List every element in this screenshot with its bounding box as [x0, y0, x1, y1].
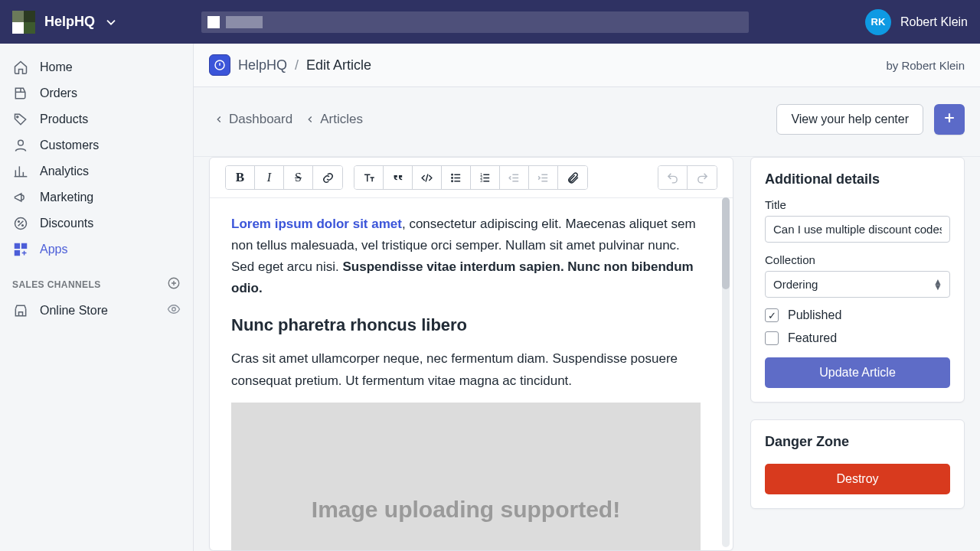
collection-label: Collection: [765, 253, 950, 266]
published-checkbox[interactable]: [765, 308, 779, 322]
nav-label: Home: [40, 60, 73, 74]
nav-label: Orders: [40, 86, 77, 100]
svg-rect-7: [15, 251, 20, 256]
collection-select[interactable]: ▲▼: [765, 271, 950, 298]
ol-button[interactable]: 123: [471, 166, 500, 189]
code-button[interactable]: [413, 166, 442, 189]
chevron-down-icon[interactable]: [104, 15, 118, 29]
svg-point-9: [172, 308, 176, 311]
title-label: Title: [765, 198, 950, 211]
image-placeholder: Image uploading supported!: [231, 403, 701, 550]
nav-label: Analytics: [40, 165, 89, 178]
details-title: Additional details: [765, 171, 950, 187]
svg-point-3: [18, 221, 20, 223]
scroll-thumb[interactable]: [722, 197, 730, 289]
indent-button[interactable]: [529, 166, 558, 189]
nav-home[interactable]: Home: [0, 54, 193, 80]
strike-button[interactable]: S: [284, 166, 313, 189]
chevron-left-icon: [214, 114, 224, 125]
nav-apps[interactable]: Apps: [0, 236, 193, 262]
view-help-center-button[interactable]: View your help center: [776, 104, 923, 135]
destroy-button[interactable]: Destroy: [765, 464, 950, 494]
title-input[interactable]: [765, 216, 950, 243]
section-label: SALES CHANNELS: [12, 279, 101, 290]
featured-row[interactable]: Featured: [765, 331, 950, 345]
nav-products[interactable]: Products: [0, 106, 193, 132]
featured-label: Featured: [788, 331, 837, 345]
tb-group-block: 123: [354, 165, 588, 190]
nav-customers[interactable]: Customers: [0, 132, 193, 158]
editor-paragraph: Cras sit amet ullamcorper neque, nec fer…: [231, 348, 701, 391]
update-article-button[interactable]: Update Article: [765, 357, 950, 388]
breadcrumb-articles[interactable]: Articles: [300, 110, 368, 129]
tb-group-format: B I S: [225, 165, 343, 190]
crumb-sep: /: [295, 57, 299, 73]
app-badge-icon: [209, 54, 230, 76]
italic-button[interactable]: I: [255, 166, 284, 189]
collection-value[interactable]: [765, 271, 950, 298]
crumb-app[interactable]: HelpHQ: [238, 57, 287, 73]
store-logo: [12, 11, 35, 34]
danger-panel: Danger Zone Destroy: [750, 419, 965, 509]
featured-checkbox[interactable]: [765, 331, 779, 345]
chevron-left-icon: [305, 114, 315, 125]
select-caret-icon: ▲▼: [933, 279, 942, 290]
chart-icon: [12, 164, 29, 179]
published-row[interactable]: Published: [765, 308, 950, 322]
megaphone-icon: [12, 190, 29, 205]
nav-label: Customers: [40, 139, 99, 152]
nav-discounts[interactable]: Discounts: [0, 210, 193, 236]
nav-label: Discounts: [40, 217, 93, 230]
topbar-center: [194, 11, 865, 33]
crumb-page: Edit Article: [306, 57, 371, 73]
bold-button[interactable]: B: [226, 166, 255, 189]
nav-label: Apps: [40, 243, 67, 256]
svg-text:3: 3: [480, 179, 482, 183]
user-icon: [12, 138, 29, 153]
avatar[interactable]: RK: [865, 9, 891, 35]
byline: by Robert Klein: [886, 59, 965, 72]
published-label: Published: [788, 308, 841, 322]
editor-heading: Nunc pharetra rhoncus libero: [231, 311, 701, 339]
discount-icon: [12, 216, 29, 231]
sidebar: Home Orders Products Customers Analytics: [0, 44, 194, 551]
nav-analytics[interactable]: Analytics: [0, 158, 193, 184]
editor-link[interactable]: Lorem ipsum dolor sit amet: [231, 217, 402, 231]
apps-icon: [12, 242, 29, 257]
nav-orders[interactable]: Orders: [0, 80, 193, 106]
user-name[interactable]: Robert Klein: [900, 15, 968, 29]
add-button[interactable]: [934, 104, 965, 135]
ul-button[interactable]: [442, 166, 471, 189]
sales-channels-header: SALES CHANNELS: [0, 262, 193, 297]
app-title[interactable]: HelpHQ: [44, 14, 95, 30]
text-size-button[interactable]: [354, 166, 384, 189]
topbar-right[interactable]: RK Robert Klein: [865, 9, 968, 35]
link-button[interactable]: [313, 166, 342, 189]
eye-icon[interactable]: [167, 302, 181, 319]
attach-button[interactable]: [558, 166, 587, 189]
svg-point-4: [22, 225, 24, 227]
store-icon: [12, 303, 29, 318]
editor-toolbar: B I S: [210, 158, 733, 198]
editor-body[interactable]: Lorem ipsum dolor sit amet, consectetur …: [210, 198, 733, 550]
add-channel-icon[interactable]: [167, 276, 181, 292]
outdent-button[interactable]: [500, 166, 529, 189]
svg-point-13: [452, 181, 452, 181]
svg-point-12: [452, 177, 452, 178]
undo-button[interactable]: [658, 166, 688, 189]
details-panel: Additional details Title Collection ▲▼ P…: [750, 157, 965, 403]
side-column: Additional details Title Collection ▲▼ P…: [750, 157, 965, 551]
quote-button[interactable]: [384, 166, 413, 189]
channel-online-store[interactable]: Online Store: [0, 297, 193, 324]
topbar: HelpHQ RK Robert Klein: [0, 0, 980, 44]
svg-rect-5: [15, 244, 20, 249]
home-icon: [12, 60, 29, 75]
nav-marketing[interactable]: Marketing: [0, 184, 193, 210]
tag-icon: [12, 112, 29, 127]
redo-button[interactable]: [688, 166, 717, 189]
channel-label: Online Store: [40, 304, 108, 318]
breadcrumb-dashboard[interactable]: Dashboard: [209, 110, 297, 129]
svg-point-1: [18, 140, 24, 145]
center-strip: [201, 11, 749, 33]
svg-point-11: [452, 174, 452, 174]
